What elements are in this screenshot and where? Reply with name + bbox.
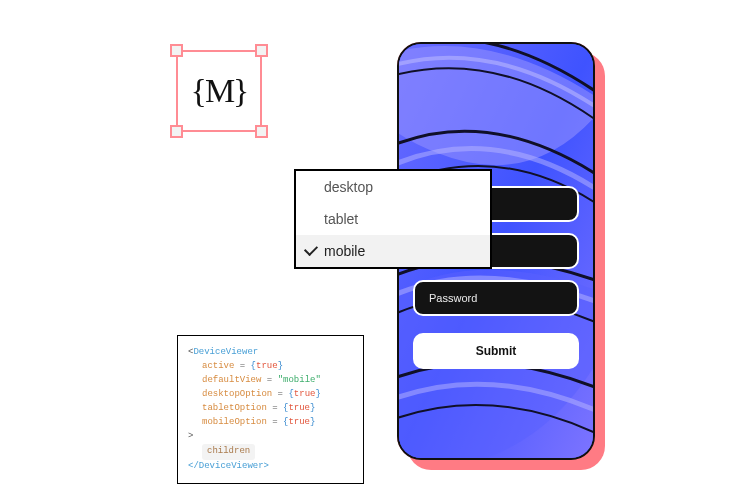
password-field-placeholder: Password	[429, 292, 477, 304]
code-line-attr-3: tabletOption = {true}	[188, 402, 353, 416]
submit-button-label: Submit	[476, 344, 517, 358]
dropdown-item-label: mobile	[324, 243, 365, 259]
resize-handle-bottom-left[interactable]	[170, 125, 183, 138]
dropdown-item-label: tablet	[324, 211, 358, 227]
component-selection-frame: {M}	[170, 44, 268, 138]
submit-button[interactable]: Submit	[413, 333, 579, 369]
view-dropdown: desktop tablet mobile	[294, 169, 492, 269]
resize-handle-top-left[interactable]	[170, 44, 183, 57]
dropdown-item-label: desktop	[324, 179, 373, 195]
code-snippet: <DeviceViewer active = {true} defaultVie…	[177, 335, 364, 484]
dropdown-item-desktop[interactable]: desktop	[296, 171, 490, 203]
dropdown-item-mobile[interactable]: mobile	[296, 235, 490, 267]
code-line-open-close: >	[188, 430, 353, 444]
code-line-close: </DeviceViewer>	[188, 460, 353, 474]
brand-logo: {M}	[191, 72, 248, 110]
code-line-attr-1: defaultView = "mobile"	[188, 374, 353, 388]
code-line-attr-0: active = {true}	[188, 360, 353, 374]
resize-handle-top-right[interactable]	[255, 44, 268, 57]
code-line-open: <DeviceViewer	[188, 346, 353, 360]
password-field[interactable]: Password	[413, 280, 579, 316]
code-line-attr-2: desktopOption = {true}	[188, 388, 353, 402]
code-line-attr-4: mobileOption = {true}	[188, 416, 353, 430]
dropdown-item-tablet[interactable]: tablet	[296, 203, 490, 235]
resize-handle-bottom-right[interactable]	[255, 125, 268, 138]
code-line-children: children	[188, 444, 353, 460]
